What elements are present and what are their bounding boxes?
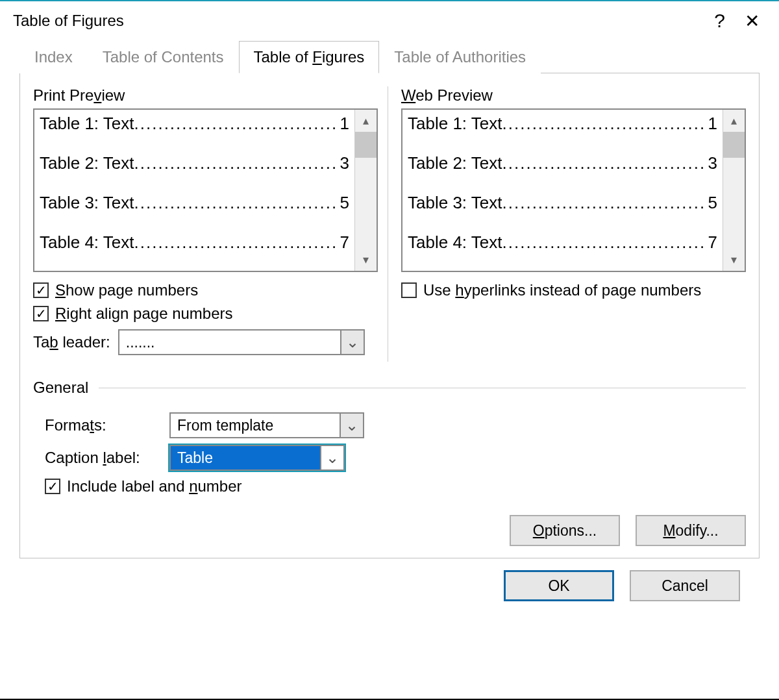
tab-index[interactable]: Index [19, 41, 88, 73]
general-section-header: General [33, 379, 746, 397]
caption-label-label: Caption label: [45, 449, 162, 467]
list-item: Table 2: Text...........................… [408, 153, 717, 173]
checkbox-use-hyperlinks[interactable]: Use hyperlinks instead of page numbers [401, 281, 746, 299]
chevron-up-icon[interactable]: ▴ [723, 110, 745, 132]
scroll-thumb[interactable] [723, 132, 745, 158]
title-bar: Table of Figures ? ✕ [0, 1, 779, 40]
scrollbar[interactable]: ▴ ▾ [723, 110, 745, 271]
chevron-up-icon[interactable]: ▴ [355, 110, 377, 132]
formats-label: Formats: [45, 416, 162, 434]
checkbox-icon [45, 479, 60, 494]
list-item: Table 4: Text...........................… [40, 232, 349, 253]
list-item: Table 2: Text...........................… [40, 153, 349, 173]
tab-strip: Index Table of Contents Table of Figures… [19, 40, 760, 73]
close-icon[interactable]: ✕ [738, 10, 766, 32]
cancel-button[interactable]: Cancel [630, 570, 740, 601]
tab-table-of-authorities[interactable]: Table of Authorities [379, 41, 541, 73]
list-item: Table 3: Text...........................… [40, 193, 349, 213]
list-item: Table 1: Text...........................… [40, 114, 349, 134]
list-item: Table 4: Text...........................… [408, 232, 717, 253]
tab-leader-dropdown[interactable]: ....... ⌄ [118, 329, 365, 355]
print-preview-box: Table 1: Text...........................… [33, 108, 378, 272]
web-preview-label: Web Preview [401, 86, 746, 105]
tab-leader-label: Tab leader: [33, 333, 110, 351]
chevron-down-icon[interactable]: ▾ [723, 249, 745, 271]
dialog-title: Table of Figures [13, 12, 124, 30]
web-preview-box: Table 1: Text...........................… [401, 108, 746, 272]
scrollbar[interactable]: ▴ ▾ [354, 110, 377, 271]
scroll-thumb[interactable] [355, 132, 377, 158]
checkbox-icon [33, 282, 49, 298]
checkbox-icon [33, 306, 49, 321]
modify-button[interactable]: Modify... [636, 515, 746, 546]
print-preview-label: Print Preview [33, 86, 378, 105]
chevron-down-icon: ⌄ [340, 331, 364, 354]
list-item: Table 1: Text...........................… [408, 114, 717, 134]
help-icon[interactable]: ? [701, 10, 738, 32]
chevron-down-icon: ⌄ [340, 414, 363, 437]
checkbox-right-align[interactable]: Right align page numbers [33, 305, 378, 323]
chevron-down-icon[interactable]: ▾ [355, 249, 377, 271]
ok-button[interactable]: OK [504, 570, 614, 601]
tab-table-of-contents[interactable]: Table of Contents [88, 41, 239, 73]
tab-table-of-figures[interactable]: Table of Figures [239, 41, 380, 73]
formats-dropdown[interactable]: From template ⌄ [169, 412, 364, 438]
chevron-down-icon: ⌄ [320, 446, 343, 469]
caption-label-dropdown[interactable]: Table ⌄ [169, 445, 345, 471]
checkbox-show-page-numbers[interactable]: Show page numbers [33, 281, 378, 299]
checkbox-include-label[interactable]: Include label and number [45, 477, 746, 495]
options-button[interactable]: Options... [510, 515, 620, 546]
checkbox-icon [401, 282, 417, 298]
list-item: Table 3: Text...........................… [408, 193, 717, 213]
